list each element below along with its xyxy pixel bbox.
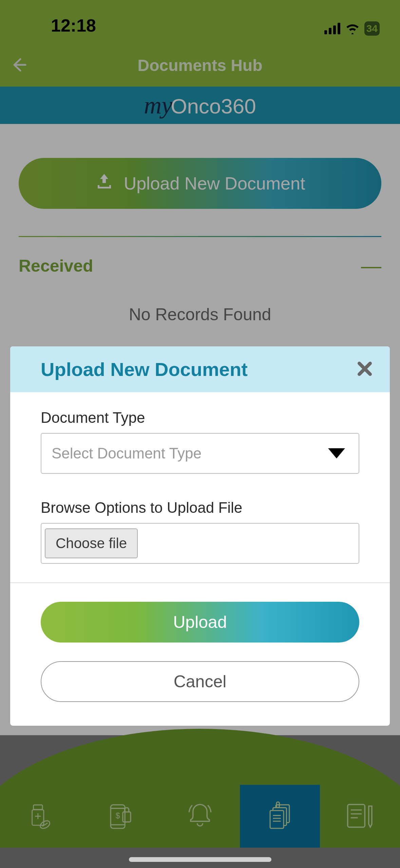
- modal-body: Document Type Select Document Type Brows…: [10, 392, 390, 582]
- modal-title: Upload New Document: [41, 358, 248, 380]
- modal-footer: Upload Cancel: [10, 582, 390, 726]
- upload-modal: Upload New Document Document Type Select…: [10, 346, 390, 726]
- browse-label: Browse Options to Upload File: [41, 499, 359, 516]
- select-placeholder: Select Document Type: [52, 445, 202, 462]
- document-type-label: Document Type: [41, 409, 359, 426]
- chevron-down-icon: [328, 448, 345, 458]
- document-type-select[interactable]: Select Document Type: [41, 433, 359, 474]
- choose-file-button[interactable]: Choose file: [45, 528, 138, 558]
- upload-button[interactable]: Upload: [41, 602, 359, 643]
- file-input-wrapper[interactable]: Choose file: [41, 523, 359, 564]
- home-indicator[interactable]: [129, 857, 271, 862]
- close-icon[interactable]: [357, 361, 373, 378]
- cancel-button[interactable]: Cancel: [41, 661, 359, 702]
- modal-header: Upload New Document: [10, 346, 390, 392]
